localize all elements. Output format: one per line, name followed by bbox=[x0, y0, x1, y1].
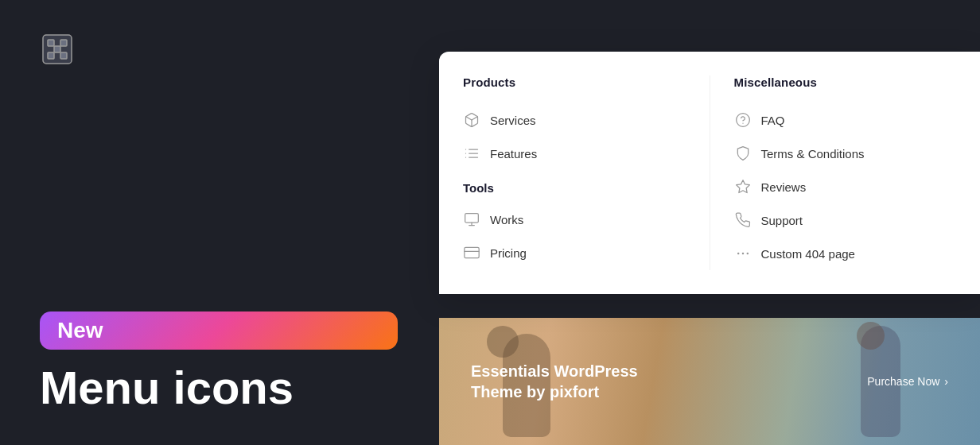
banner-text: Essentials WordPress Theme by pixfort bbox=[471, 361, 638, 402]
menu-item-support[interactable]: Support bbox=[734, 203, 957, 237]
banner-title-line2: Theme by pixfort bbox=[471, 383, 599, 400]
help-circle-icon bbox=[734, 111, 752, 129]
dropdown-col-misc: Miscellaneous FAQ Terms & Conditions bbox=[710, 75, 981, 270]
star-icon bbox=[734, 178, 752, 195]
svg-rect-1 bbox=[48, 40, 54, 46]
phone-icon bbox=[734, 211, 752, 229]
menu-item-reviews[interactable]: Reviews bbox=[734, 170, 957, 203]
chevron-right-icon: › bbox=[944, 375, 948, 388]
hero-title: Menu icons bbox=[40, 362, 398, 413]
banner-title-line1: Essentials WordPress bbox=[471, 362, 638, 380]
menu-item-faq[interactable]: FAQ bbox=[734, 103, 957, 137]
dropdown-panel: Products Services bbox=[439, 52, 980, 294]
svg-point-18 bbox=[736, 114, 749, 127]
menu-item-features[interactable]: Features bbox=[463, 137, 686, 170]
logo bbox=[40, 32, 398, 67]
list-icon bbox=[463, 145, 480, 162]
menu-item-services[interactable]: Services bbox=[463, 103, 686, 137]
menu-item-pricing[interactable]: Pricing bbox=[463, 236, 686, 269]
svg-rect-4 bbox=[60, 52, 67, 59]
svg-rect-5 bbox=[54, 46, 60, 52]
menu-item-works[interactable]: Works bbox=[463, 203, 686, 236]
svg-point-23 bbox=[746, 253, 749, 255]
svg-rect-16 bbox=[465, 247, 479, 257]
dots-icon bbox=[734, 245, 752, 262]
svg-marker-20 bbox=[736, 180, 749, 193]
box-icon bbox=[463, 111, 480, 129]
purchase-now-button[interactable]: Purchase Now › bbox=[867, 375, 948, 388]
svg-rect-13 bbox=[465, 214, 479, 223]
banner-content: Essentials WordPress Theme by pixfort Pu… bbox=[471, 361, 948, 402]
svg-rect-3 bbox=[48, 52, 54, 59]
credit-card-icon bbox=[463, 244, 480, 261]
svg-point-21 bbox=[737, 253, 739, 255]
section-heading-tools: Tools bbox=[463, 181, 686, 195]
col-heading-products: Products bbox=[463, 75, 686, 89]
bottom-banner: Essentials WordPress Theme by pixfort Pu… bbox=[439, 318, 980, 445]
svg-point-22 bbox=[741, 253, 744, 255]
logo-icon bbox=[40, 32, 75, 67]
purchase-now-label: Purchase Now bbox=[867, 375, 939, 388]
menu-item-terms[interactable]: Terms & Conditions bbox=[734, 137, 957, 170]
monitor-icon bbox=[463, 211, 480, 228]
new-badge: New bbox=[40, 312, 398, 350]
svg-rect-2 bbox=[60, 40, 67, 46]
col-heading-misc: Miscellaneous bbox=[734, 75, 957, 89]
banner-title: Essentials WordPress Theme by pixfort bbox=[471, 361, 638, 402]
menu-item-404[interactable]: Custom 404 page bbox=[734, 237, 957, 270]
left-panel: New Menu icons bbox=[0, 0, 438, 445]
shield-icon bbox=[734, 145, 752, 162]
dropdown-col-products: Products Services bbox=[439, 75, 710, 270]
